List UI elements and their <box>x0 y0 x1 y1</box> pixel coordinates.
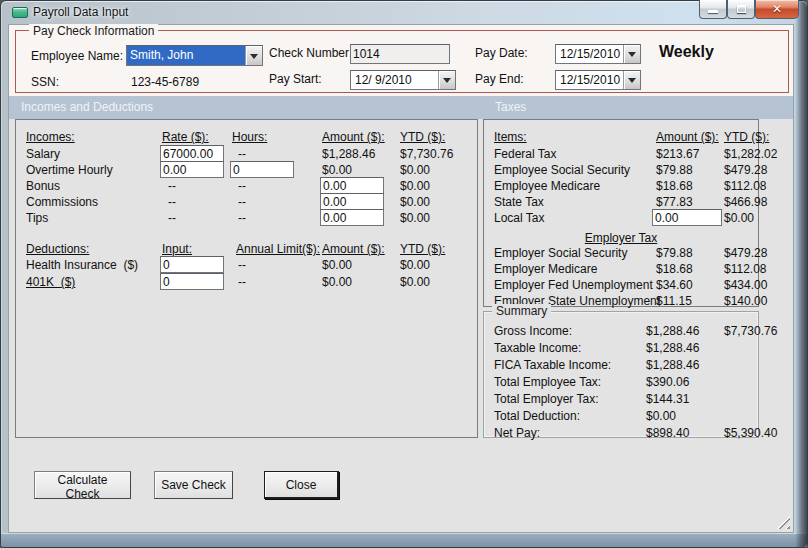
health-insurance-amount: $0.00 <box>322 258 352 272</box>
tax-ytd-header: YTD ($): <box>724 130 769 144</box>
state-tax-ytd: $466.98 <box>724 195 767 209</box>
chevron-down-icon[interactable] <box>623 71 640 89</box>
pay-frequency-label: Weekly <box>659 45 714 59</box>
amount-header: Amount ($): <box>322 130 385 144</box>
401k-input[interactable] <box>160 273 224 290</box>
employer-fed-unemployment-ytd: $434.00 <box>724 278 767 292</box>
window-title: Payroll Data Input <box>33 5 128 19</box>
incomes-deductions-section-label: Incomes and Deductions <box>21 100 153 114</box>
payroll-window: Payroll Data Input ✕ Incomes and Deducti… <box>0 0 808 548</box>
summary-groupbox: Summary Gross Income: $1,288.46 $7,730.7… <box>483 311 759 438</box>
bonus-rate: -- <box>168 179 176 193</box>
client-area: Incomes and Deductions Taxes Pay Check I… <box>8 24 794 533</box>
income-row-label: Salary <box>26 147 60 161</box>
title-bar[interactable]: Payroll Data Input <box>0 0 808 24</box>
close-check-button[interactable]: Close <box>264 471 339 499</box>
salary-hours: -- <box>238 147 246 161</box>
health-insurance-input[interactable] <box>160 256 224 273</box>
income-row-label: Bonus <box>26 179 60 193</box>
pay-start-datepicker[interactable]: 12/ 9/2010 <box>350 70 456 90</box>
tax-row-label: Employer Social Security <box>494 246 627 260</box>
total-employer-tax-amount: $144.31 <box>646 392 689 406</box>
gross-income-amount: $1,288.46 <box>646 324 699 338</box>
incomes-header: Incomes: <box>26 130 75 144</box>
input-header: Input: <box>162 242 192 256</box>
employer-tax-header: Employer Tax <box>484 231 758 245</box>
close-button[interactable]: ✕ <box>755 0 799 19</box>
tax-row-label: Employer Fed Unemployment <box>494 278 653 292</box>
tax-row-label: Employee Medicare <box>494 179 600 193</box>
federal-tax-amount: $213.67 <box>656 147 699 161</box>
rate-header: Rate ($): <box>162 130 209 144</box>
income-row-label: Tips <box>26 211 48 225</box>
summary-row-label: Net Pay: <box>494 426 540 440</box>
401k-limit: -- <box>238 275 246 289</box>
tax-row-label: Employee Social Security <box>494 163 630 177</box>
calculate-check-button[interactable]: Calculate Check <box>34 471 131 499</box>
bonus-amount-input[interactable] <box>320 177 384 194</box>
check-number-input[interactable] <box>350 44 450 64</box>
employer-medicare-amount: $18.68 <box>656 262 693 276</box>
pay-end-label: Pay End: <box>475 72 524 86</box>
pay-end-datepicker[interactable]: 12/15/2010 <box>555 70 641 90</box>
state-tax-amount: $77.83 <box>656 195 693 209</box>
paycheck-info-group-label: Pay Check Information <box>29 24 158 38</box>
employee-name-value: Smith, John <box>127 46 245 65</box>
401k-ytd: $0.00 <box>400 275 430 289</box>
overtime-amount: $0.00 <box>322 163 352 177</box>
chevron-down-icon[interactable] <box>245 46 262 65</box>
bonus-ytd: $0.00 <box>400 179 430 193</box>
employer-medicare-ytd: $112.08 <box>724 262 767 276</box>
local-tax-input[interactable] <box>652 209 722 226</box>
employee-medicare-ytd: $112.08 <box>724 179 767 193</box>
overtime-rate-input[interactable] <box>160 161 224 178</box>
maximize-button[interactable] <box>727 0 755 19</box>
tax-amount-header: Amount ($): <box>656 130 719 144</box>
summary-row-label: Total Employer Tax: <box>494 392 599 406</box>
annual-limit-header: Annual Limit($): <box>236 242 320 256</box>
section-band: Incomes and Deductions Taxes <box>9 96 793 119</box>
chevron-down-icon[interactable] <box>438 71 455 89</box>
close-icon: ✕ <box>756 2 798 16</box>
bonus-hours: -- <box>238 179 246 193</box>
maximize-icon <box>737 5 746 13</box>
taxes-panel: Items: Amount ($): YTD ($): Federal Tax … <box>483 119 759 307</box>
commissions-amount-input[interactable] <box>320 193 384 210</box>
employee-name-combobox[interactable]: Smith, John <box>126 45 263 66</box>
total-employee-tax-amount: $390.06 <box>646 375 689 389</box>
income-row-label: Commissions <box>26 195 98 209</box>
ssn-value: 123-45-6789 <box>131 75 199 89</box>
gross-income-ytd: $7,730.76 <box>724 324 777 338</box>
incomes-deductions-panel: Incomes: Rate ($): Hours: Amount ($): YT… <box>15 119 478 438</box>
chevron-down-icon[interactable] <box>623 45 640 63</box>
tax-row-label: Federal Tax <box>494 147 556 161</box>
employee-name-label: Employee Name: <box>31 49 123 63</box>
total-deduction-amount: $0.00 <box>646 409 676 423</box>
pay-start-label: Pay Start: <box>269 72 322 86</box>
items-header: Items: <box>494 130 527 144</box>
minimize-icon <box>708 10 718 13</box>
tax-row-label: Employer Medicare <box>494 262 597 276</box>
ssn-label: SSN: <box>31 75 59 89</box>
save-check-button[interactable]: Save Check <box>154 471 233 499</box>
tax-row-label: Local Tax <box>494 211 544 225</box>
net-pay-amount: $898.40 <box>646 426 689 440</box>
pay-date-datepicker[interactable]: 12/15/2010 <box>555 44 641 64</box>
employer-ss-amount: $79.88 <box>656 246 693 260</box>
employee-medicare-amount: $18.68 <box>656 179 693 193</box>
tips-amount-input[interactable] <box>320 209 384 226</box>
deduction-ytd-header: YTD ($): <box>400 242 445 256</box>
employer-state-unemployment-amount: $11.15 <box>656 294 692 308</box>
app-icon <box>12 7 28 18</box>
health-insurance-ytd: $0.00 <box>400 258 430 272</box>
income-row-label: Overtime Hourly <box>26 163 113 177</box>
overtime-hours-input[interactable] <box>230 161 294 178</box>
hours-header: Hours: <box>232 130 267 144</box>
overtime-ytd: $0.00 <box>400 163 430 177</box>
summary-row-label: Total Employee Tax: <box>494 375 601 389</box>
pay-end-value: 12/15/2010 <box>556 71 623 89</box>
taxable-income-amount: $1,288.46 <box>646 341 699 355</box>
resize-grip[interactable] <box>777 516 790 529</box>
salary-rate-input[interactable] <box>160 145 224 162</box>
minimize-button[interactable] <box>699 0 727 19</box>
